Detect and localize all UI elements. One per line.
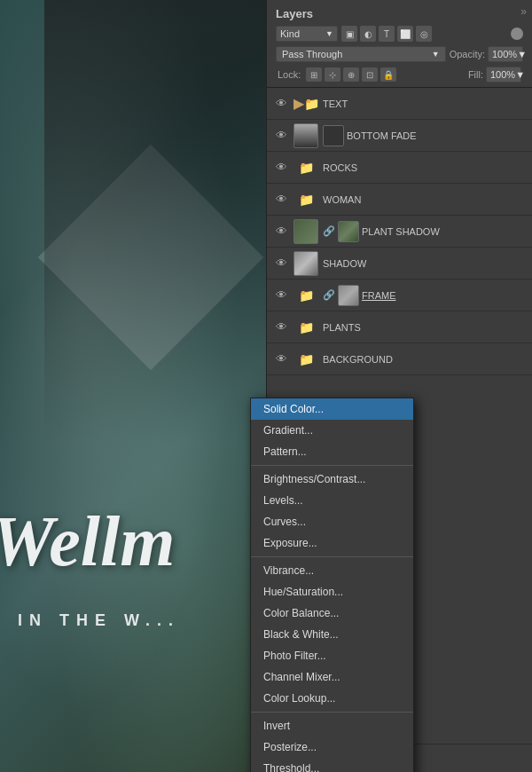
type-filter-icon[interactable]: T	[379, 26, 395, 42]
layer-mask-thumbnail	[338, 285, 359, 306]
fill-input[interactable]: 100% ▼	[486, 67, 521, 83]
menu-item-black-white[interactable]: Black & White...	[251, 624, 413, 645]
eye-icon[interactable]: 👁	[272, 351, 290, 368]
layer-thumbnail: 📁	[293, 315, 318, 340]
wellness-overlay-text: Wellm	[0, 506, 175, 577]
layer-thumbnail	[293, 251, 318, 276]
blend-mode-dropdown[interactable]: Pass Through ▼	[276, 46, 446, 62]
in-the-wild-text: IN THE W...	[18, 611, 180, 630]
kind-dropdown[interactable]: Kind ▼	[276, 26, 338, 42]
fill-group: Fill: 100% ▼	[468, 67, 521, 83]
eye-icon[interactable]: 👁	[272, 287, 290, 304]
layer-mask-thumbnail	[338, 221, 359, 242]
menu-item-curves[interactable]: Curves...	[251, 511, 413, 532]
menu-item-photo-filter[interactable]: Photo Filter...	[251, 645, 413, 666]
opacity-group: Opacity: 100% ▼	[450, 46, 523, 62]
menu-item-posterize[interactable]: Posterize...	[251, 737, 413, 758]
filter-toggle[interactable]	[511, 28, 523, 40]
menu-item-color-lookup[interactable]: Color Lookup...	[251, 688, 413, 709]
eye-icon[interactable]: 👁	[272, 223, 290, 240]
fill-chevron: ▼	[515, 69, 525, 80]
kind-label: Kind	[280, 28, 300, 39]
menu-item-solid-color[interactable]: Solid Color...	[251, 398, 413, 420]
lock-artboard-icon[interactable]: ⊡	[362, 67, 378, 82]
smartobject-filter-icon[interactable]: ◎	[416, 26, 432, 42]
menu-item-pattern[interactable]: Pattern...	[251, 441, 413, 462]
adjustment-layer-dropdown: Solid Color... Gradient... Pattern... Br…	[250, 398, 414, 772]
layer-name: BOTTOM FADE	[347, 130, 527, 141]
eye-icon[interactable]: 👁	[272, 255, 290, 272]
filter-row: Kind ▼ ▣ ◐ T ⬜ ◎	[276, 26, 523, 42]
folder-icon: ▶	[293, 95, 304, 112]
lock-all-icon[interactable]: 🔒	[380, 67, 396, 82]
menu-item-levels[interactable]: Levels...	[251, 490, 413, 511]
blend-opacity-row: Pass Through ▼ Opacity: 100% ▼	[276, 46, 523, 62]
opacity-label: Opacity:	[450, 49, 485, 59]
opacity-input[interactable]: 100% ▼	[488, 46, 523, 62]
chain-icon: 🔗	[323, 225, 335, 237]
shape-filter-icon[interactable]: ⬜	[397, 26, 413, 42]
menu-separator	[251, 465, 413, 466]
layer-item[interactable]: 👁 📁 BACKGROUND	[267, 343, 532, 375]
lock-label: Lock:	[278, 69, 301, 80]
layer-name: PLANTS	[323, 322, 527, 333]
lock-row: Lock: ⊞ ⊹ ⊕ ⊡ 🔒 Fill: 100% ▼	[276, 67, 523, 83]
opacity-chevron: ▼	[517, 49, 527, 59]
layer-thumbnail	[293, 219, 318, 244]
layer-item[interactable]: 👁 📁 🔗 FRAME	[267, 280, 532, 311]
menu-item-color-balance[interactable]: Color Balance...	[251, 603, 413, 624]
menu-separator	[251, 712, 413, 713]
panel-header: Layers » Kind ▼ ▣ ◐ T ⬜ ◎ Pass Through ▼	[267, 0, 532, 88]
blend-mode-label: Pass Through	[282, 49, 342, 59]
layer-name: BACKGROUND	[323, 354, 527, 365]
lock-icons-group: ⊞ ⊹ ⊕ ⊡ 🔒	[306, 67, 396, 82]
menu-item-threshold[interactable]: Threshold...	[251, 758, 413, 772]
eye-icon[interactable]: 👁	[272, 95, 290, 113]
layer-item[interactable]: 👁 🔗 PLANT SHADOW	[267, 216, 532, 248]
layer-name: TEXT	[323, 98, 527, 109]
kind-chevron: ▼	[325, 29, 333, 38]
menu-item-brightness-contrast[interactable]: Brightness/Contrast...	[251, 469, 413, 490]
eye-icon[interactable]: 👁	[272, 191, 290, 209]
layer-name: WOMAN	[323, 194, 527, 205]
adjustment-filter-icon[interactable]: ◐	[360, 26, 376, 42]
layer-thumbnail	[293, 123, 318, 148]
chain-icon: 🔗	[323, 289, 335, 301]
panel-title: Layers	[276, 7, 313, 20]
menu-item-vibrance[interactable]: Vibrance...	[251, 560, 413, 581]
fill-val: 100%	[490, 69, 515, 80]
layer-thumbnail: 📁	[293, 155, 318, 180]
menu-separator	[251, 556, 413, 557]
eye-icon[interactable]: 👁	[272, 127, 290, 145]
layer-item[interactable]: 👁 ▶ 📁 TEXT	[267, 88, 532, 120]
layer-thumbnail: 📁	[293, 347, 318, 372]
menu-item-invert[interactable]: Invert	[251, 715, 413, 737]
layer-thumbnail: ▶ 📁	[293, 91, 318, 116]
layer-thumbnail: 📁	[293, 187, 318, 212]
layer-mask-thumbnail	[323, 125, 344, 146]
lock-image-icon[interactable]: ⊹	[325, 67, 340, 82]
panel-options-icon[interactable]: »	[520, 5, 527, 18]
layer-item[interactable]: 👁 SHADOW	[267, 248, 532, 280]
menu-item-channel-mixer[interactable]: Channel Mixer...	[251, 666, 413, 688]
layer-item[interactable]: 👁 📁 WOMAN	[267, 184, 532, 216]
filter-icons-group: ▣ ◐ T ⬜ ◎	[341, 26, 432, 42]
layer-name: PLANT SHADOW	[362, 226, 527, 237]
menu-item-gradient[interactable]: Gradient...	[251, 420, 413, 441]
layer-name: ROCKS	[323, 162, 527, 173]
layer-item[interactable]: 👁 📁 PLANTS	[267, 311, 532, 343]
layer-item[interactable]: 👁 BOTTOM FADE	[267, 120, 532, 152]
lock-position-icon[interactable]: ⊕	[343, 67, 359, 82]
menu-item-hue-saturation[interactable]: Hue/Saturation...	[251, 581, 413, 603]
eye-icon[interactable]: 👁	[272, 319, 290, 336]
pixel-filter-icon[interactable]: ▣	[341, 26, 357, 42]
layer-name: FRAME	[362, 290, 527, 301]
fill-label: Fill:	[468, 69, 483, 80]
eye-icon[interactable]: 👁	[272, 159, 290, 177]
layer-thumbnail: 📁	[293, 283, 318, 308]
menu-item-exposure[interactable]: Exposure...	[251, 532, 413, 554]
background-image: Wellm IN THE W...	[0, 0, 266, 772]
layer-item[interactable]: 👁 📁 ROCKS	[267, 152, 532, 184]
lock-pixels-icon[interactable]: ⊞	[306, 67, 322, 82]
opacity-val: 100%	[492, 49, 517, 59]
